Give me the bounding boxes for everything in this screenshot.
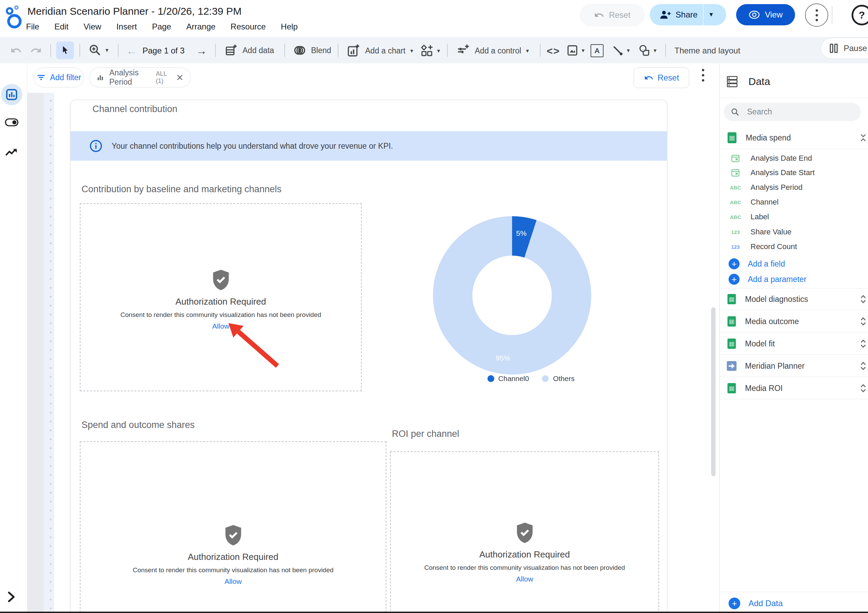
legend-swatch-channel0 — [487, 375, 494, 382]
pause-updates-button[interactable]: Pause u — [821, 38, 868, 59]
reset-button-header[interactable]: Reset — [580, 4, 644, 26]
sheets-source-icon — [726, 316, 738, 327]
edit-toolbar: ▾ ← Page 1 of 3 → Add data Blend Add a c… — [0, 37, 868, 64]
add-data-button-bottom[interactable]: + Add Data — [720, 595, 868, 611]
menu-insert[interactable]: Insert — [116, 22, 137, 31]
menu-view[interactable]: View — [84, 22, 101, 31]
field-search[interactable] — [724, 103, 861, 121]
add-data-button[interactable]: Add data — [225, 44, 274, 57]
abc-icon: ABC — [727, 199, 744, 205]
bar-chart-icon — [96, 73, 104, 82]
remove-filter-icon[interactable] — [176, 74, 184, 81]
data-source-meridian-planner[interactable]: Meridian Planner — [720, 355, 868, 377]
expand-source-icon[interactable] — [858, 294, 868, 304]
legend-item-others[interactable]: Others — [542, 374, 574, 383]
data-source-media-roi[interactable]: Media ROI — [720, 378, 868, 399]
window-bottom-edge — [0, 611, 868, 613]
pause-icon — [829, 43, 838, 53]
filter-bar-more-icon[interactable] — [699, 69, 706, 82]
canvas-margin — [27, 93, 43, 613]
image-tool-button[interactable]: ▾ — [566, 44, 585, 57]
blend-button[interactable]: Blend — [293, 44, 331, 57]
data-panel-header: Data — [720, 70, 868, 93]
shield-check-icon — [211, 269, 231, 291]
undo-icon[interactable] — [10, 45, 22, 56]
page-indicator[interactable]: Page 1 of 3 — [143, 46, 184, 56]
authorization-title: Authorization Required — [175, 296, 266, 307]
field-analysis-date-end[interactable]: Analysis Date End — [720, 151, 868, 166]
123-icon: 123 — [727, 244, 744, 250]
select-tool-button[interactable] — [56, 42, 74, 59]
previous-page-arrow-icon[interactable]: ← — [126, 45, 137, 57]
add-a-field-button[interactable]: + Add a field — [720, 256, 868, 272]
canvas-grid-margin — [43, 93, 54, 613]
report-title[interactable]: Meridian Scenario Planner - 1/20/26, 12:… — [27, 5, 242, 17]
allow-link[interactable]: Allow — [224, 577, 242, 586]
trends-tab[interactable] — [5, 145, 19, 159]
field-analysis-period[interactable]: ABC Analysis Period — [720, 180, 868, 195]
add-control-dropdown-arrow-icon: ▾ — [526, 47, 529, 54]
more-options-button[interactable] — [805, 3, 828, 27]
menu-edit[interactable]: Edit — [54, 22, 68, 31]
share-button[interactable]: Share ▼ — [650, 4, 726, 25]
authorization-message: Consent to render this community visuali… — [424, 564, 625, 571]
community-viz-dropdown-arrow-icon: ▾ — [437, 47, 440, 54]
embed-code-icon[interactable]: <> — [547, 45, 560, 57]
line-tool-button[interactable]: ▾ — [611, 44, 630, 57]
chart-legend: Channel0 Others — [466, 374, 596, 383]
expand-source-icon[interactable] — [858, 316, 868, 327]
text-tool-icon[interactable]: A — [591, 44, 604, 57]
reset-filters-button[interactable]: Reset — [634, 68, 689, 88]
redo-icon[interactable] — [30, 45, 42, 56]
field-analysis-date-start[interactable]: Analysis Date Start — [720, 166, 868, 180]
add-a-parameter-button[interactable]: + Add a parameter — [720, 272, 868, 287]
card-title: Channel contribution — [93, 104, 177, 115]
authorization-title: Authorization Required — [188, 552, 279, 562]
search-input[interactable] — [746, 107, 851, 117]
canvas-scrollbar[interactable] — [711, 307, 716, 476]
data-source-model-diagnostics[interactable]: Model diagnostics — [720, 289, 868, 310]
theme-layout-button[interactable]: Theme and layout — [674, 46, 740, 56]
connector-source-icon — [726, 360, 738, 372]
legend-item-channel0[interactable]: Channel0 — [487, 374, 529, 383]
expand-source-icon[interactable] — [858, 383, 868, 393]
data-source-model-fit[interactable]: Model fit — [720, 333, 868, 354]
add-filter-button[interactable]: Add filter — [34, 68, 84, 87]
expand-source-icon[interactable] — [858, 361, 868, 371]
menu-resource[interactable]: Resource — [231, 22, 266, 31]
undo-icon — [594, 10, 604, 20]
looker-studio-window: Meridian Scenario Planner - 1/20/26, 12:… — [0, 0, 868, 613]
field-share-value[interactable]: 123 Share Value — [720, 225, 868, 239]
report-canvas: Add filter Analysis Period ALL (1) Reset — [27, 64, 719, 613]
plus-icon: + — [728, 597, 740, 609]
data-source-media-outcome[interactable]: Media outcome — [720, 311, 868, 332]
filter-bar: Add filter Analysis Period ALL (1) Reset — [27, 64, 719, 93]
analysis-period-filter-chip[interactable]: Analysis Period ALL (1) — [89, 68, 191, 87]
zoom-tool-button[interactable]: ▾ — [88, 43, 108, 57]
next-page-arrow-icon[interactable]: → — [196, 45, 207, 57]
expand-rail-chevron-icon[interactable] — [6, 591, 16, 603]
donut-slice-label-channel0: 5% — [511, 229, 532, 237]
menu-help[interactable]: Help — [281, 22, 298, 31]
add-control-button[interactable]: Add a control ▾ — [456, 44, 529, 57]
shape-tool-button[interactable]: ▾ — [638, 44, 657, 57]
share-dropdown-arrow-icon[interactable]: ▼ — [704, 11, 719, 18]
help-icon[interactable]: ? — [852, 5, 868, 25]
field-channel[interactable]: ABC Channel — [720, 195, 868, 210]
view-button[interactable]: View — [736, 4, 795, 25]
field-record-count[interactable]: 123 Record Count — [720, 239, 868, 254]
community-visualizations-button[interactable]: ▾ — [420, 44, 440, 57]
menu-arrange[interactable]: Arrange — [186, 22, 215, 31]
data-source-media-spend[interactable]: Media spend — [720, 127, 868, 149]
menu-page[interactable]: Page — [152, 22, 171, 31]
shape-dropdown-arrow-icon: ▾ — [654, 47, 657, 54]
authorization-message: Consent to render this community visuali… — [133, 566, 333, 574]
allow-link[interactable]: Allow — [516, 575, 533, 583]
menu-file[interactable]: File — [26, 22, 39, 31]
expand-source-icon[interactable] — [858, 338, 868, 349]
add-chart-button[interactable]: Add a chart ▾ — [347, 44, 413, 57]
report-pages-tab[interactable] — [1, 84, 22, 105]
controls-tab[interactable] — [5, 115, 19, 129]
collapse-source-icon[interactable] — [858, 133, 868, 143]
field-label[interactable]: ABC Label — [720, 210, 868, 224]
